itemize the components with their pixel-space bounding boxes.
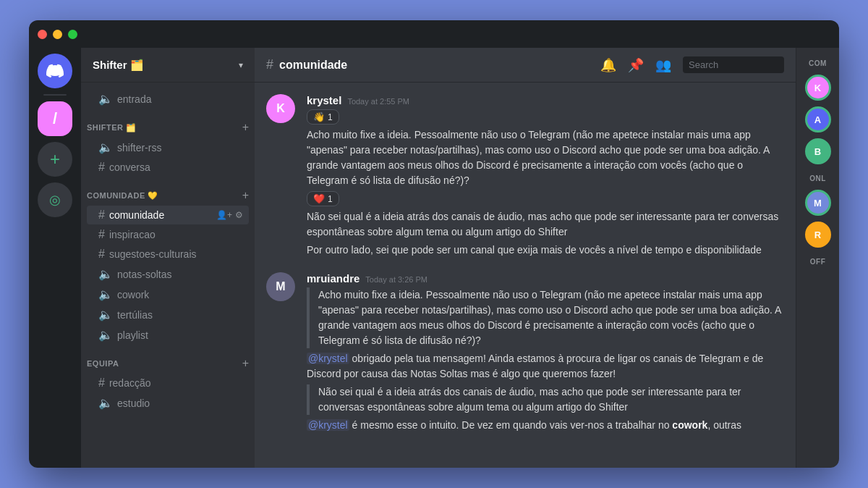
category-equipa[interactable]: EQUIPA + xyxy=(81,345,255,373)
reaction-wave[interactable]: 👋 1 xyxy=(307,109,339,125)
reaction-heart[interactable]: ❤️ 1 xyxy=(307,191,339,206)
channels-list: 🔈 entrada SHIFTER 🗂️ + 🔈 shifter-rss # c… xyxy=(81,83,255,468)
hash-icon: # xyxy=(98,228,105,241)
avatar: K xyxy=(266,94,295,123)
rs-section-onl: ONL xyxy=(807,169,829,185)
message-timestamp: Today at 2:55 PM xyxy=(347,97,409,106)
main-content: # comunidade 🔔 📌 👥 Search K krystel xyxy=(255,48,796,468)
hash-icon: # xyxy=(98,248,105,261)
channel-name: playlist xyxy=(117,329,148,341)
channel-header-name: comunidade xyxy=(279,59,347,72)
main-layout: / + ◎ Shifter 🗂️ ▾ 🔈 entrada SHIFTER 🗂️ … xyxy=(29,48,839,468)
message-content: krystel Today at 2:55 PM 👋 1 Acho muito … xyxy=(307,94,784,261)
header-actions: 🔔 📌 👥 Search xyxy=(600,56,784,73)
title-bar xyxy=(29,20,839,48)
channel-name: cowork xyxy=(117,289,149,300)
message-timestamp-2: Today at 3:26 PM xyxy=(365,275,427,284)
channel-name: conversa xyxy=(109,161,150,173)
notification-icon[interactable]: 🔔 xyxy=(600,57,616,73)
channel-name: inspiracao xyxy=(109,229,156,240)
channel-actions: 👤+ ⚙ xyxy=(216,210,243,220)
channel-item-comunidade[interactable]: # comunidade 👤+ ⚙ xyxy=(87,206,249,224)
right-sidebar: COM K A B ONL M R OFF xyxy=(796,48,839,468)
chevron-down-icon: ▾ xyxy=(239,60,243,70)
minimize-button[interactable] xyxy=(53,30,62,39)
add-channel-icon[interactable]: + xyxy=(242,189,249,202)
rs-section-com: COM xyxy=(806,54,830,70)
channel-name: entrada xyxy=(117,93,151,105)
rs-member-m[interactable]: M xyxy=(805,190,831,216)
channel-sidebar: Shifter 🗂️ ▾ 🔈 entrada SHIFTER 🗂️ + 🔈 sh… xyxy=(81,48,255,468)
server-sidebar: / + ◎ xyxy=(29,48,81,468)
channel-name: tertúlias xyxy=(117,309,153,321)
server-icon-compass[interactable]: ◎ xyxy=(38,182,72,217)
rs-member-a[interactable]: A xyxy=(805,106,831,132)
channel-item-entrada[interactable]: 🔈 entrada xyxy=(87,89,249,109)
rs-section-off: OFF xyxy=(807,252,829,269)
pin-icon[interactable]: 📌 xyxy=(628,57,644,73)
channel-name: estudio xyxy=(117,397,150,409)
channel-item-sugestoes-culturais[interactable]: # sugestoes-culturais xyxy=(87,245,249,264)
speaker-icon: 🔈 xyxy=(98,140,113,154)
channel-name: comunidade xyxy=(109,209,164,221)
category-shifter[interactable]: SHIFTER 🗂️ + xyxy=(81,109,255,137)
channel-name: notas-soltas xyxy=(117,269,171,280)
channel-item-shifter-rss[interactable]: 🔈 shifter-rss xyxy=(87,138,249,157)
channel-item-notas-soltas[interactable]: 🔈 notas-soltas xyxy=(87,264,249,284)
speaker-icon: 🔈 xyxy=(98,267,113,281)
search-input[interactable]: Search xyxy=(683,56,784,73)
maximize-button[interactable] xyxy=(68,30,77,39)
messages-area: K krystel Today at 2:55 PM 👋 1 Acho muit… xyxy=(255,83,796,468)
message-header-2: mruiandre Today at 3:26 PM xyxy=(307,272,784,285)
hash-icon: # xyxy=(98,209,105,222)
bold-text: cowork xyxy=(672,419,707,431)
add-member-icon[interactable]: 👤+ xyxy=(216,210,232,220)
category-comunidade[interactable]: COMUNIDADE 💛 + xyxy=(81,177,255,205)
channel-name: redacção xyxy=(109,377,151,389)
server-icon-shifter[interactable]: / xyxy=(38,101,72,136)
channel-item-playlist[interactable]: 🔈 playlist xyxy=(87,325,249,345)
add-channel-icon[interactable]: + xyxy=(242,121,249,134)
channel-name: sugestoes-culturais xyxy=(109,248,197,260)
blockquote: Acho muito fixe a ideia. Pessoalmente nã… xyxy=(307,287,784,348)
server-icon-discord[interactable] xyxy=(38,54,72,88)
members-icon[interactable]: 👥 xyxy=(655,57,671,73)
mention: @krystel xyxy=(307,353,349,364)
speaker-icon: 🔈 xyxy=(98,92,113,106)
message-text-m3: @krystel é mesmo esse o intuito. De vez … xyxy=(307,418,784,433)
app-window: / + ◎ Shifter 🗂️ ▾ 🔈 entrada SHIFTER 🗂️ … xyxy=(29,20,839,468)
blockquote-2: Não sei qual é a ideia atrás dos canais … xyxy=(307,384,784,415)
message-text-3: Por outro lado, sei que pode ser um cana… xyxy=(307,243,784,258)
avatar-mruiandre: M xyxy=(266,272,295,301)
channel-item-redaccao[interactable]: # redacção xyxy=(87,374,249,392)
speaker-icon: 🔈 xyxy=(98,396,113,410)
hash-icon: # xyxy=(98,376,105,390)
quoted-text-2: Não sei qual é a ideia atrás dos canais … xyxy=(318,384,784,415)
rs-member-k[interactable]: K xyxy=(805,75,831,101)
message-group-2: M mruiandre Today at 3:26 PM Acho muito … xyxy=(266,272,784,436)
rs-member-b[interactable]: B xyxy=(805,138,831,164)
rs-member-r[interactable]: R xyxy=(805,222,831,248)
message-header: krystel Today at 2:55 PM xyxy=(307,94,784,106)
message-author: krystel xyxy=(307,94,341,106)
speaker-icon: 🔈 xyxy=(98,287,113,301)
message-text: Acho muito fixe a ideia. Pessoalmente nã… xyxy=(307,127,784,188)
server-icon-add[interactable]: + xyxy=(38,142,72,177)
close-button[interactable] xyxy=(38,30,47,39)
channel-item-estudio[interactable]: 🔈 estudio xyxy=(87,393,249,413)
message-text-2: Não sei qual é a ideia atrás dos canais … xyxy=(307,209,784,240)
server-divider xyxy=(43,94,67,96)
channel-header: # comunidade 🔔 📌 👥 Search xyxy=(255,48,796,83)
settings-icon[interactable]: ⚙ xyxy=(235,210,243,220)
message-text-m2: @krystel obrigado pela tua mensagem! Ain… xyxy=(307,351,784,382)
message-group: K krystel Today at 2:55 PM 👋 1 Acho muit… xyxy=(266,94,784,261)
channel-item-inspiracao[interactable]: # inspiracao xyxy=(87,225,249,244)
channel-item-conversa[interactable]: # conversa xyxy=(87,158,249,177)
category-name-comunidade: COMUNIDADE 💛 xyxy=(87,191,158,201)
sidebar-header[interactable]: Shifter 🗂️ ▾ xyxy=(81,48,255,83)
add-channel-icon[interactable]: + xyxy=(242,357,249,370)
message-content-2: mruiandre Today at 3:26 PM Acho muito fi… xyxy=(307,272,784,436)
speaker-icon: 🔈 xyxy=(98,308,113,321)
channel-item-cowork[interactable]: 🔈 cowork xyxy=(87,285,249,304)
channel-item-tertulias[interactable]: 🔈 tertúlias xyxy=(87,305,249,324)
